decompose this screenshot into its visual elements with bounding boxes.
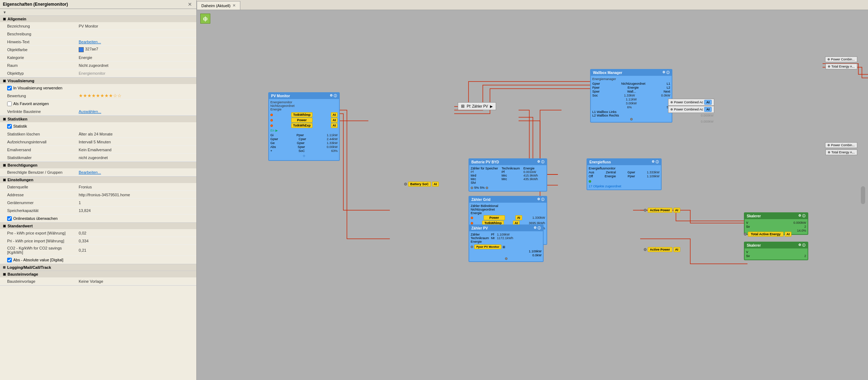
pv-monitor-add[interactable]: + bbox=[270, 153, 338, 159]
section-header-bausteinvorlage[interactable]: ▣ Bausteinvorlage bbox=[0, 271, 196, 277]
section-header-allgemein[interactable]: ▣ Allgemein bbox=[0, 16, 196, 22]
zg-port-2 bbox=[471, 222, 473, 224]
value-hinweis[interactable]: Bearbeiten... bbox=[79, 40, 101, 44]
label-geraetenummer: Gerätenummer bbox=[7, 201, 79, 205]
section-header-logging[interactable]: ⊞ Logging/Mail/Call/Track bbox=[0, 264, 196, 271]
zaehler-pv-body: Zähler Technikraum Energie Pf Mr 1.109kW… bbox=[469, 231, 543, 261]
node-active-power-2[interactable]: Active Power AI bbox=[644, 247, 680, 252]
section-header-standardwert[interactable]: ▣ Standardwert bbox=[0, 223, 196, 229]
pv-monitor-info-icon[interactable]: ⓘ bbox=[334, 94, 337, 98]
node-power-combined-ac-1[interactable]: Power Combined Ac AI bbox=[668, 99, 714, 106]
wallbox-port-bottom bbox=[630, 118, 633, 120]
node-total-energy-1[interactable]: Total Energy A... bbox=[825, 64, 857, 69]
section-header-statistiken[interactable]: ▣ Statistiken bbox=[0, 116, 196, 122]
sk2-row-1: V bbox=[746, 250, 806, 254]
node-power-combined-ac-2[interactable]: Power Combined Ac AI bbox=[668, 106, 714, 113]
active-power-1-port bbox=[644, 209, 647, 212]
pc1-dot bbox=[828, 58, 830, 60]
sk2-row-2: Sv 2 bbox=[746, 254, 806, 258]
section-toggle-allgemein: ▣ bbox=[3, 17, 6, 21]
label-statistik: Statistik bbox=[13, 124, 27, 128]
node-total-energy-bottom[interactable]: Total Energy A... bbox=[825, 149, 857, 155]
section-statistiken: ▣ Statistiken Statistik Statistiken lösc… bbox=[0, 116, 196, 162]
batterie-port bbox=[471, 187, 473, 189]
wallbox-row-3: Spwr Wall... Next bbox=[592, 90, 670, 93]
zpv-icon: ⊞ bbox=[502, 245, 505, 249]
zaehler-grid-settings-icon[interactable]: ⚙ bbox=[537, 197, 540, 202]
zaehler-pv-info-icon[interactable]: ⓘ bbox=[538, 226, 541, 231]
node-power-combined-bottom[interactable]: Power Combin... bbox=[825, 142, 857, 148]
value-speicher: 13,824 bbox=[79, 208, 91, 213]
canvas[interactable]: ф bbox=[197, 10, 868, 380]
pcac2-label: Power Combined Ac bbox=[674, 108, 703, 111]
wallbox-info-icon[interactable]: ⓘ bbox=[666, 70, 670, 75]
prop-beschreibung: Beschreibung bbox=[0, 30, 196, 38]
zaehler-pv-settings-icon[interactable]: ⚙ bbox=[534, 226, 536, 231]
tae-ai: AI bbox=[785, 232, 791, 237]
tab-close-button[interactable]: ✕ bbox=[232, 3, 236, 8]
checkbox-abs[interactable] bbox=[7, 258, 12, 262]
panel-close-button[interactable]: ✕ bbox=[186, 1, 193, 7]
node-skalerer-2[interactable]: Skalerer ⚙ ⓘ V Sv 2 bbox=[744, 242, 808, 260]
label-abs: Abs - Absolute value [Digital] bbox=[13, 258, 63, 262]
zaehler-grid-info-icon[interactable]: ⓘ bbox=[541, 197, 544, 202]
value-addresse: http://fronius-34579501.home bbox=[79, 193, 130, 197]
pcb-label: Power Combin... bbox=[831, 143, 855, 147]
wallbox-settings-icon[interactable]: ⚙ bbox=[662, 70, 665, 75]
port-dot-totalkwhexp bbox=[270, 124, 273, 127]
ef-assigned[interactable]: 17 Objekte zugeordnet bbox=[589, 184, 659, 188]
node-pv-monitor[interactable]: PV Monitor ⚙ ⓘ Energiemonitor Nichtizuge… bbox=[268, 92, 340, 161]
wallbox-row-6: 3.00kW bbox=[592, 102, 670, 105]
node-zaehler-pv[interactable]: Zähler PV ⚙ ⓘ Zähler Technikraum Energie… bbox=[469, 224, 544, 262]
node-batterie[interactable]: Batterie PV BYD ⚙ ⓘ Zähler für Speicher … bbox=[469, 158, 547, 192]
scrollbar-handle[interactable] bbox=[861, 186, 865, 204]
node-total-active-energy[interactable]: Total Active Energy AI bbox=[744, 232, 791, 237]
batterie-settings-icon[interactable]: ⚙ bbox=[537, 160, 540, 164]
node-battery-soc[interactable]: Battery SoC AI bbox=[404, 182, 439, 187]
value-kategorie: Energie bbox=[79, 55, 92, 60]
pcac2-ai: AI bbox=[704, 107, 712, 112]
node-pf-zaehler-pv[interactable]: ⊞ Pf: Zähler PV ▶ bbox=[458, 102, 496, 110]
properties-panel: Eigenschaften (Energiemonitor) ✕ ▼ ▣ All… bbox=[0, 0, 197, 380]
value-berechtigte[interactable]: Bearbeiten... bbox=[79, 170, 101, 174]
energiefluss-settings-icon[interactable]: ⚙ bbox=[652, 160, 654, 164]
checkbox-onlinestatus[interactable] bbox=[7, 216, 12, 221]
pin-icon: ф bbox=[203, 16, 207, 21]
tab-daheim[interactable]: Daheim (Aktuell) ✕ bbox=[197, 1, 240, 10]
section-header-einstellungen[interactable]: ▣ Einstellungen bbox=[0, 177, 196, 183]
skalerer-2-settings-icon[interactable]: ⚙ bbox=[798, 243, 801, 248]
zg-row-1: Power AI 1.330kW bbox=[471, 215, 545, 220]
canvas-pin-button[interactable]: ф bbox=[200, 14, 210, 24]
label-co2: CO2 - Kg/kWh for CO2 savings [Kg/kWh] bbox=[7, 246, 79, 255]
value-aufzeichnung: Intervall 5 Minuten bbox=[79, 140, 111, 144]
pv-out-1: Gi Ppwr 1.11kW bbox=[270, 133, 338, 137]
pv-val-4: 0.00kW bbox=[327, 145, 338, 149]
value-bewertung[interactable]: ★★★★★★★★☆☆ bbox=[79, 93, 122, 98]
checkbox-visualisierung[interactable] bbox=[7, 86, 12, 90]
section-header-visualisierung[interactable]: ▣ Visualisierung bbox=[0, 78, 196, 84]
battery-soc-tag: Battery SoC bbox=[408, 182, 431, 187]
color-swatch[interactable] bbox=[79, 47, 84, 52]
node-active-power-1[interactable]: Active Power AI bbox=[644, 208, 680, 213]
value-verlinkte[interactable]: Auswählen... bbox=[79, 109, 101, 114]
skalerer-2-info-icon[interactable]: ⓘ bbox=[802, 243, 805, 248]
tab-bar: Daheim (Aktuell) ✕ bbox=[197, 0, 868, 10]
label-hinweis: Hinweis-Text bbox=[7, 40, 79, 44]
node-wallbox-manager[interactable]: Wallbox Manager ⚙ ⓘ Energiemanager Gpwr … bbox=[590, 69, 672, 123]
skalerer-1-info-icon[interactable]: ⓘ bbox=[802, 214, 805, 218]
skalerer-1-settings-icon[interactable]: ⚙ bbox=[798, 214, 801, 218]
node-power-combined-1[interactable]: Power Combin... bbox=[825, 56, 857, 62]
batterie-info-icon[interactable]: ⓘ bbox=[541, 160, 544, 164]
energiefluss-info-icon[interactable]: ⓘ bbox=[656, 160, 659, 164]
value-geraetenummer: 1 bbox=[79, 201, 81, 205]
active-power-1-tag: Active Power bbox=[648, 208, 672, 213]
checkbox-statistik[interactable] bbox=[7, 124, 12, 129]
pv-monitor-settings-icon[interactable]: ⚙ bbox=[330, 94, 333, 98]
checkbox-favorit[interactable] bbox=[7, 102, 12, 106]
prop-abs-check: Abs - Absolute value [Digital] bbox=[0, 256, 196, 264]
pv-monitor-body: Energiemonitor Nichtizugeordnet Energie … bbox=[269, 99, 339, 160]
section-header-berechtigungen[interactable]: ▣ Berechtigungen bbox=[0, 162, 196, 168]
node-energiefluss[interactable]: Energiefluss ⚙ ⓘ Energieflusmonitor Aus … bbox=[587, 158, 662, 190]
tag-power: Power bbox=[291, 118, 313, 123]
pf-expand-icon[interactable]: ⊞ bbox=[461, 104, 465, 109]
